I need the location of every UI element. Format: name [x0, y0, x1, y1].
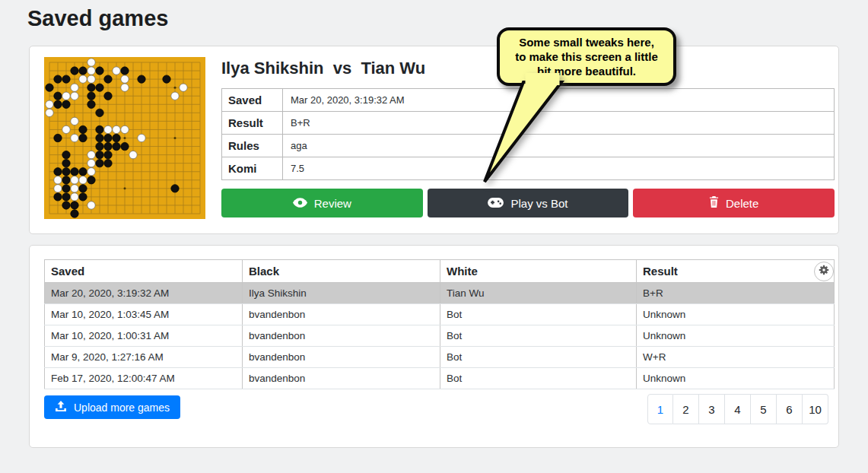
table-cell[interactable]: bvandenbon [243, 325, 440, 347]
table-cell[interactable]: Bot [440, 304, 637, 325]
table-row[interactable]: Mar 10, 2020, 1:03:45 AMbvandenbonBotUnk… [45, 304, 835, 325]
column-header-saved: Saved [45, 260, 243, 283]
info-label: Result [222, 112, 283, 135]
pagination-page-6[interactable]: 6 [777, 394, 803, 424]
gear-icon [818, 264, 830, 279]
review-button[interactable]: Review [221, 189, 423, 217]
table-settings-button[interactable] [814, 262, 834, 281]
info-label: Saved [222, 89, 283, 112]
callout-line: Some small tweaks here, [519, 35, 654, 49]
callout-tail [455, 73, 592, 187]
pagination-page-4[interactable]: 4 [725, 394, 751, 424]
table-row[interactable]: Mar 20, 2020, 3:19:32 AMIlya ShikshinTia… [45, 283, 835, 304]
button-label: Play vs Bot [510, 197, 568, 210]
pagination-page-10[interactable]: 10 [803, 394, 828, 424]
saved-games-card: Saved Black White Result Mar 20, 2020, 3… [29, 245, 839, 448]
table-cell[interactable]: bvandenbon [243, 304, 440, 325]
table-cell[interactable]: Mar 9, 2020, 1:27:16 AM [45, 347, 243, 368]
pagination-page-1[interactable]: 1 [647, 394, 673, 424]
table-cell[interactable]: Bot [440, 347, 637, 368]
table-header-row: Saved Black White Result [45, 260, 835, 283]
go-board-preview [44, 57, 205, 219]
column-header-white: White [440, 260, 637, 283]
table-cell[interactable]: Mar 10, 2020, 1:03:45 AM [45, 304, 243, 325]
table-cell[interactable]: Unknown [637, 304, 835, 325]
table-cell[interactable]: bvandenbon [243, 347, 440, 368]
game-actions: Review Play vs Bot Delete [221, 189, 835, 217]
gamepad-icon [488, 197, 504, 210]
pagination: 12345610 [647, 394, 828, 424]
table-cell[interactable]: Unknown [637, 325, 835, 347]
game-detail-card: Ilya Shikshin vs Tian Wu Saved Mar 20, 2… [29, 46, 839, 234]
info-label: Rules [222, 135, 283, 157]
table-cell[interactable]: Tian Wu [440, 283, 637, 304]
table-row[interactable]: Mar 9, 2020, 1:27:16 AMbvandenbonBotW+R [45, 347, 835, 368]
upload-more-games-button[interactable]: Upload more games [44, 395, 180, 419]
button-label: Review [314, 197, 351, 210]
table-cell[interactable]: Bot [440, 368, 637, 389]
play-vs-bot-button[interactable]: Play vs Bot [428, 189, 629, 217]
table-cell[interactable]: bvandenbon [243, 368, 440, 389]
delete-button[interactable]: Delete [633, 189, 835, 217]
saved-games-table: Saved Black White Result Mar 20, 2020, 3… [44, 259, 835, 389]
table-cell[interactable]: Unknown [637, 368, 835, 389]
upload-icon [55, 401, 67, 414]
column-header-result: Result [637, 260, 835, 283]
trash-icon [709, 196, 719, 210]
table-row[interactable]: Mar 10, 2020, 1:00:31 AMbvandenbonBotUnk… [45, 325, 835, 347]
callout-line: to make this screen a little [515, 49, 658, 64]
pagination-page-3[interactable]: 3 [699, 394, 725, 424]
column-header-black: Black [243, 260, 440, 283]
table-cell[interactable]: Bot [440, 325, 637, 347]
button-label: Upload more games [74, 402, 170, 414]
game-title: Ilya Shikshin vs Tian Wu [221, 59, 425, 78]
table-cell[interactable]: Ilya Shikshin [243, 283, 440, 304]
page-title: Saved games [27, 6, 168, 31]
pagination-page-5[interactable]: 5 [751, 394, 777, 424]
info-label: Komi [222, 157, 283, 180]
button-label: Delete [726, 197, 758, 210]
table-cell[interactable]: Feb 17, 2020, 12:00:47 AM [45, 368, 243, 389]
table-row[interactable]: Feb 17, 2020, 12:00:47 AMbvandenbonBotUn… [45, 368, 835, 389]
table-cell[interactable]: W+R [637, 347, 835, 368]
table-cell[interactable]: Mar 10, 2020, 1:00:31 AM [45, 325, 243, 347]
table-cell[interactable]: B+R [637, 283, 835, 304]
table-cell[interactable]: Mar 20, 2020, 3:19:32 AM [45, 283, 243, 304]
eye-icon [293, 197, 307, 210]
pagination-page-2[interactable]: 2 [673, 394, 699, 424]
